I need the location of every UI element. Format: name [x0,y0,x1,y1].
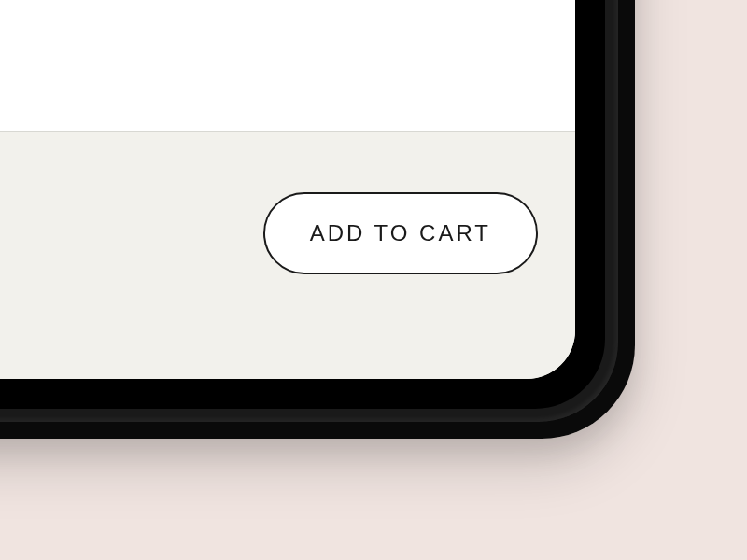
device-screen: ADD TO CART [0,0,575,379]
content-panel [0,0,575,132]
action-bar: ADD TO CART [0,132,575,379]
add-to-cart-button[interactable]: ADD TO CART [263,192,538,274]
